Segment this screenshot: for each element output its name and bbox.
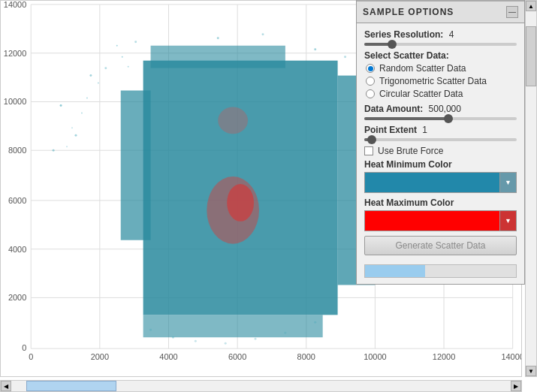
svg-point-57 [86,97,88,98]
data-amount-value: 500,000 [429,104,461,114]
select-scatter-label: Select Scatter Data: [364,50,517,61]
svg-point-54 [122,56,123,58]
svg-text:12000: 12000 [4,49,26,58]
panel-body: Series Resolution: 4 Select Scatter Data… [357,23,524,284]
radio-trigonometric-circle[interactable] [366,77,375,86]
heat-max-color-row: Heat Maximum Color ▼ [364,198,517,231]
heat-min-color-row: Heat Minimum Color ▼ [364,159,517,193]
svg-point-60 [66,146,68,147]
svg-text:8000: 8000 [8,146,26,155]
heat-max-color-label: Heat Maximum Color [364,198,517,208]
scatter-radio-group: Random Scatter Data Trigonometric Scatte… [366,63,517,99]
radio-circular-circle[interactable] [366,89,375,98]
radio-trigonometric[interactable]: Trigonometric Scatter Data [366,76,517,86]
scroll-left-arrow[interactable]: ◀ [1,381,11,391]
generate-scatter-button[interactable]: Generate Scatter Data [364,236,517,255]
svg-point-68 [255,338,257,340]
point-extent-value: 1 [422,125,427,135]
point-extent-row: Point Extent 1 [364,125,517,141]
series-resolution-slider[interactable] [364,43,517,46]
svg-point-42 [53,149,55,152]
svg-point-69 [284,332,286,334]
data-amount-label-row: Data Amount: 500,000 [364,104,517,114]
series-resolution-label: Series Resolution: 4 [364,29,517,40]
svg-text:14000: 14000 [501,352,521,361]
progress-bar-container [364,264,517,278]
heat-min-color-swatch [365,173,499,192]
svg-text:10000: 10000 [4,97,26,106]
heat-min-color-dropdown-btn[interactable]: ▼ [499,173,516,192]
use-brute-force-label: Use Brute Force [378,146,443,156]
svg-point-56 [98,83,99,84]
svg-point-70 [314,321,316,324]
svg-point-38 [60,104,62,107]
svg-point-62 [227,184,254,222]
heat-max-color-dropdown-btn[interactable]: ▼ [499,211,516,231]
svg-point-41 [104,67,107,69]
heat-min-color-picker[interactable]: ▼ [364,172,517,193]
heat-max-color-swatch [365,211,499,231]
svg-point-66 [195,340,197,342]
data-amount-row: Data Amount: 500,000 [364,104,517,120]
horizontal-scrollbar[interactable]: ◀ ▶ [0,380,522,392]
scroll-down-arrow[interactable]: ▼ [526,366,536,376]
svg-point-44 [261,33,264,35]
panel-title: SAMPLE OPTIONS [363,7,454,17]
point-extent-text: Point Extent [364,125,417,135]
vertical-scrollbar[interactable]: ▲ ▼ [525,0,537,377]
svg-point-58 [81,112,83,113]
radio-random[interactable]: Random Scatter Data [366,63,517,74]
svg-point-46 [314,48,316,50]
series-resolution-value: 4 [449,29,454,40]
svg-text:10000: 10000 [364,352,386,361]
svg-point-39 [89,74,92,77]
radio-random-circle[interactable] [366,64,375,73]
svg-text:14000: 14000 [4,1,26,9]
svg-text:8000: 8000 [297,352,315,361]
panel-header: SAMPLE OPTIONS — [357,0,524,23]
svg-text:2000: 2000 [91,352,109,361]
sample-options-panel: SAMPLE OPTIONS — Series Resolution: 4 [356,0,525,285]
svg-text:4000: 4000 [159,352,177,361]
select-scatter-row: Select Scatter Data: Random Scatter Data… [364,50,517,99]
radio-trigonometric-label: Trigonometric Scatter Data [379,76,487,86]
point-extent-label-row: Point Extent 1 [364,125,517,135]
svg-point-63 [218,107,248,134]
progress-bar-fill [365,265,425,277]
use-brute-force-row[interactable]: Use Brute Force [364,146,517,156]
svg-rect-34 [121,91,151,240]
panel-minimize-button[interactable]: — [506,6,518,18]
svg-point-47 [344,56,346,58]
main-container: 14000 12000 10000 8000 6000 4000 2000 0 … [0,0,537,392]
svg-point-64 [149,329,152,331]
svg-point-53 [116,45,118,47]
heat-max-color-picker[interactable]: ▼ [364,210,517,231]
data-amount-text: Data Amount: [364,104,423,114]
svg-point-55 [128,66,129,68]
point-extent-slider[interactable] [364,138,517,141]
svg-point-45 [134,41,137,43]
svg-text:2000: 2000 [8,293,26,302]
generate-button-row: Generate Scatter Data [364,236,517,260]
svg-text:0: 0 [22,343,26,352]
series-resolution-text: Series Resolution: [364,29,443,40]
svg-point-65 [172,336,174,339]
svg-text:12000: 12000 [433,352,455,361]
series-resolution-row: Series Resolution: 4 [364,29,517,46]
scroll-up-arrow[interactable]: ▲ [526,1,536,11]
horizontal-scroll-thumb[interactable] [26,381,116,391]
svg-point-43 [217,37,219,39]
data-amount-slider[interactable] [364,117,517,120]
radio-circular-label: Circular Scatter Data [379,89,463,99]
svg-point-40 [74,134,77,137]
svg-text:4000: 4000 [8,245,26,254]
svg-point-59 [71,127,73,128]
use-brute-force-checkbox[interactable] [364,146,373,155]
scroll-right-arrow[interactable]: ▶ [511,381,521,391]
radio-circular[interactable]: Circular Scatter Data [366,89,517,99]
radio-random-label: Random Scatter Data [379,63,466,74]
svg-point-67 [225,342,227,345]
vertical-scroll-thumb[interactable] [526,26,536,86]
heat-min-color-label: Heat Minimum Color [364,159,517,170]
svg-text:0: 0 [29,352,33,361]
